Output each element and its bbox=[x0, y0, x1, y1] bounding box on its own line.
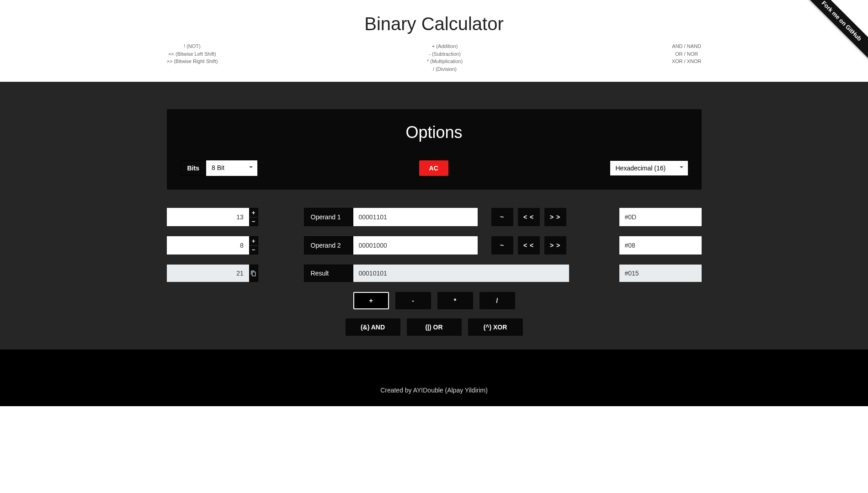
op1-spinner: + − bbox=[249, 208, 258, 226]
op1-shr-button[interactable]: > > bbox=[544, 208, 566, 226]
legend-item: + (Addition) bbox=[427, 42, 463, 50]
div-button[interactable]: / bbox=[479, 292, 515, 309]
bits-select[interactable]: 8 Bit bbox=[206, 160, 257, 175]
operand2-row: + − Operand 2 ~ < < > > bbox=[167, 236, 702, 254]
legend-right: AND / NAND OR / NOR XOR / XNOR bbox=[672, 42, 702, 73]
legend-item: << (Bitwise Left Shift) bbox=[167, 50, 218, 58]
page-title: Binary Calculator bbox=[0, 14, 868, 34]
result-dec-output bbox=[167, 265, 249, 282]
options-panel: Options Bits 8 Bit AC Hexadecimal (16) bbox=[167, 109, 702, 190]
ac-button[interactable]: AC bbox=[419, 160, 448, 176]
legend-item: * (Multiplication) bbox=[427, 58, 463, 65]
legend-item: - (Subtraction) bbox=[427, 50, 463, 58]
footer-text: Created by AYIDouble (Alpay Yildirim) bbox=[380, 387, 488, 394]
and-button[interactable]: (&) AND bbox=[346, 318, 400, 336]
op2-dec-input[interactable] bbox=[167, 236, 249, 254]
op2-hex-input[interactable] bbox=[619, 236, 702, 254]
or-button[interactable]: (|) OR bbox=[407, 318, 462, 336]
op1-label: Operand 1 bbox=[304, 208, 353, 226]
op2-not-button[interactable]: ~ bbox=[491, 236, 513, 254]
add-button[interactable]: + bbox=[353, 292, 389, 309]
legend-left: ! (NOT) << (Bitwise Left Shift) >> (Bitw… bbox=[167, 42, 218, 73]
operand1-row: + − Operand 1 ~ < < > > bbox=[167, 208, 702, 226]
arith-ops: + - * / bbox=[167, 292, 702, 309]
op1-inc-button[interactable]: + bbox=[250, 208, 258, 217]
op2-shl-button[interactable]: < < bbox=[518, 236, 540, 254]
op2-label: Operand 2 bbox=[304, 236, 353, 254]
op1-dec-input[interactable] bbox=[167, 208, 249, 226]
sub-button[interactable]: - bbox=[395, 292, 431, 309]
options-heading: Options bbox=[181, 123, 688, 142]
bits-group: Bits 8 Bit bbox=[181, 160, 257, 176]
op1-not-button[interactable]: ~ bbox=[491, 208, 513, 226]
legend-item: XOR / XNOR bbox=[672, 58, 702, 65]
result-row: Result bbox=[167, 265, 702, 282]
op1-bin-input[interactable] bbox=[353, 208, 478, 226]
logic-ops: (&) AND (|) OR (^) XOR bbox=[167, 318, 702, 336]
result-bin-output bbox=[353, 265, 569, 282]
op2-shr-button[interactable]: > > bbox=[544, 236, 566, 254]
bits-label: Bits bbox=[181, 160, 206, 176]
op2-bin-input[interactable] bbox=[353, 236, 478, 254]
op2-inc-button[interactable]: + bbox=[250, 237, 258, 246]
legend-item: / (Division) bbox=[427, 65, 463, 73]
op1-shl-button[interactable]: < < bbox=[518, 208, 540, 226]
result-label: Result bbox=[304, 265, 353, 282]
op1-hex-input[interactable] bbox=[619, 208, 702, 226]
clipboard-icon bbox=[250, 270, 256, 276]
legend-item: ! (NOT) bbox=[167, 42, 218, 50]
op2-spinner: + − bbox=[249, 236, 258, 254]
legend-item: >> (Bitwise Right Shift) bbox=[167, 58, 218, 65]
xor-button[interactable]: (^) XOR bbox=[468, 318, 523, 336]
fork-ribbon: Fork me on GitHub bbox=[799, 0, 868, 69]
legend-center: + (Addition) - (Subtraction) * (Multipli… bbox=[427, 42, 463, 73]
op2-dec-button[interactable]: − bbox=[250, 246, 258, 254]
legend-item: AND / NAND bbox=[672, 42, 702, 50]
result-hex-output bbox=[619, 265, 702, 282]
legend-item: OR / NOR bbox=[672, 50, 702, 58]
base-select[interactable]: Hexadecimal (16) bbox=[610, 161, 688, 175]
footer: Created by AYIDouble (Alpay Yildirim) bbox=[0, 350, 868, 406]
copy-result-button[interactable] bbox=[249, 265, 258, 282]
op1-dec-button[interactable]: − bbox=[250, 217, 258, 226]
mul-button[interactable]: * bbox=[437, 292, 473, 309]
base-group: Hexadecimal (16) bbox=[610, 161, 688, 175]
legend: ! (NOT) << (Bitwise Left Shift) >> (Bitw… bbox=[167, 42, 702, 73]
